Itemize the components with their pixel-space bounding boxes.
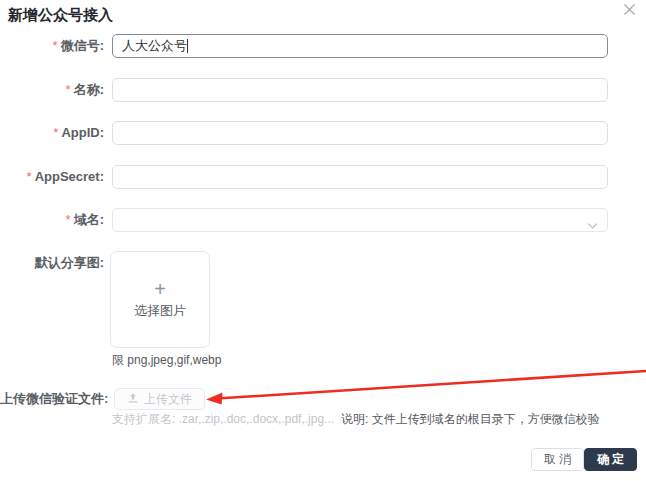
field-label-wechat-id: *微信号: (0, 34, 104, 58)
required-mark: * (27, 169, 32, 184)
share-image-format-hint: 限 png,jpeg,gif,webp (112, 352, 221, 369)
share-image-upload-area[interactable]: + 选择图片 (110, 251, 210, 348)
plus-icon: + (154, 279, 166, 299)
close-button[interactable] (619, 1, 639, 21)
upload-file-button[interactable]: 上传文件 (114, 388, 205, 410)
field-label-share-image: 默认分享图: (0, 251, 104, 275)
field-label-appid: *AppID: (0, 121, 104, 145)
name-input[interactable] (112, 78, 608, 102)
required-mark: * (53, 125, 58, 140)
field-label-verify-file: 上传微信验证文件: (0, 388, 104, 410)
cancel-button[interactable]: 取消 (531, 448, 584, 471)
field-label-appsecret: *AppSecret: (0, 165, 104, 189)
close-icon (622, 2, 637, 21)
extension-hint: 支持扩展名: .zar,.zip,.doc,.docx,.pdf,.jpg... (112, 412, 334, 426)
domain-select[interactable] (112, 208, 608, 232)
verify-file-hints: 支持扩展名: .zar,.zip,.doc,.docx,.pdf,.jpg...… (112, 411, 600, 428)
note-text: 说明: 文件上传到域名的根目录下，方便微信校验 (341, 412, 600, 426)
dialog-title: 新增公众号接入 (8, 6, 113, 25)
chevron-down-icon (587, 216, 598, 234)
field-label-name: *名称: (0, 78, 104, 102)
confirm-button[interactable]: 确定 (584, 448, 637, 471)
text-cursor (187, 39, 188, 53)
add-official-account-dialog: 新增公众号接入 *微信号: *名称: *AppID: *AppSecret: *… (0, 0, 646, 481)
choose-image-label: 选择图片 (134, 302, 186, 320)
appid-input[interactable] (112, 121, 608, 145)
required-mark: * (53, 38, 58, 53)
field-label-domain: *域名: (0, 208, 104, 232)
required-mark: * (66, 212, 71, 227)
upload-icon (127, 392, 139, 407)
upload-file-label: 上传文件 (144, 391, 192, 408)
appsecret-input[interactable] (112, 165, 608, 189)
required-mark: * (66, 82, 71, 97)
